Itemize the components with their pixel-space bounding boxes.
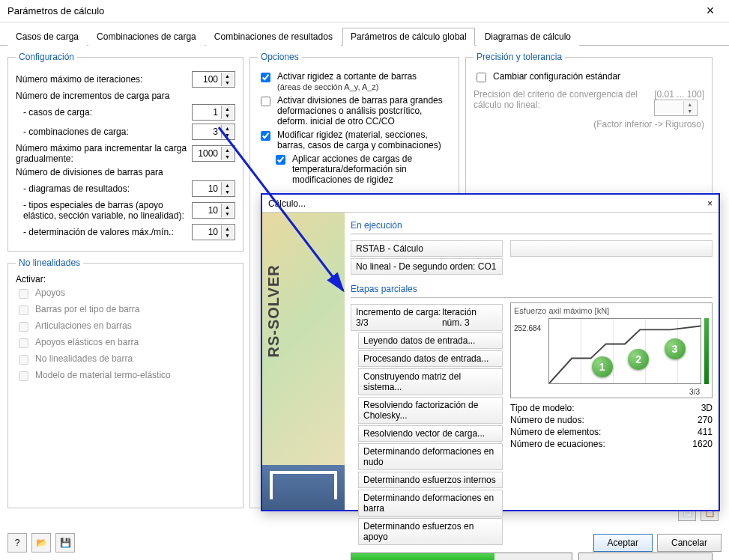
sec-ejecucion: En ejecución [351,220,713,231]
chart-title: Esfuerzo axil máximo [kN] [514,306,709,315]
prec-text: Precisión del criterio de convergencia d… [474,89,648,116]
spin-down-icon[interactable]: ▼ [222,79,233,86]
step-item: Determinando esfuerzos en apoyo [358,518,503,545]
calc-dialog: Cálculo... × RS-SOLVER En ejecución RSTA… [261,193,720,511]
tab-bar: Casos de carga Combinaciones de carga Co… [0,22,729,46]
chart-yvalue: 252.684 [514,324,541,332]
step-item: Resolviendo factorización de Cholesky... [358,397,503,424]
tab-combinaciones[interactable]: Combinaciones de carga [88,28,205,46]
chart-xvalue: 3/3 [689,388,700,396]
open-icon[interactable]: 📂 [31,533,51,553]
max-iter-label: Número máximo de iteraciones: [16,74,192,85]
grad-input[interactable]: ▲▼ [192,145,235,162]
stat-tipo: 3D [701,403,713,413]
chk-barras-tipo [19,305,28,315]
chk-articulaciones [19,322,28,332]
incr-head: Número de incrementos de carga para [16,91,235,101]
comb-label: - combinaciones de carga: [16,127,192,137]
tab-comb-resultados[interactable]: Combinaciones de resultados [206,28,341,46]
calc-sidebar: RS-SOLVER [262,213,345,510]
tab-casos[interactable]: Casos de carga [7,28,87,46]
activar-label: Activar: [16,274,235,284]
nolin-group: No linealidades Activar: Apoyos Barras p… [7,258,243,508]
help-icon[interactable]: ? [7,533,27,553]
config-group: Configuración Número máximo de iteracion… [7,52,243,252]
close-icon[interactable]: × [699,3,722,19]
stat-ecu-lbl: Número de ecuaciones: [510,439,605,449]
bubble-3: 3 [665,338,686,359]
window-title: Parámetros de cálculo [7,5,699,16]
line-rstab: RSTAB - Cálculo [351,240,503,257]
chk-rigidez-cortante[interactable] [261,73,270,82]
chk-mod-rigidez[interactable] [261,131,270,141]
sec-etapas: Etapas parciales [351,284,713,294]
casos-input[interactable]: ▲▼ [192,104,235,121]
casos-label: - casos de carga: [16,107,192,118]
div-head: Número de divisiones de barras para [16,167,235,177]
prec-input: ▲▼ [654,100,698,116]
step-item: Leyendo datos de entrada... [358,332,503,349]
max-iter-input[interactable]: ▲▼ [192,71,235,88]
det-label: - determinación de valores máx./mín.: [16,227,192,237]
chk-apoyos-elast [19,338,28,348]
prec-range: [0.01 ... 100] [654,89,704,100]
nolin-legend: No linealidades [16,258,83,268]
chk-divisiones[interactable] [261,97,270,106]
progress-bar-2 [578,553,713,560]
stat-nudos: 270 [698,415,713,425]
progress-bar [351,553,572,560]
stat-elem: 411 [698,427,713,437]
line-incremento: Incremento de carga: 3/3Iteración núm. 3 [351,304,503,331]
stat-ecu: 1620 [692,439,713,449]
stat-nudos-lbl: Número de nudos: [510,415,584,425]
stat-elem-lbl: Número de elementos: [510,427,601,437]
calc-title: Cálculo... [268,198,707,209]
spin-up-icon[interactable]: ▲ [222,73,233,79]
step-item: Resolviendo vector de carga... [358,425,503,442]
chk-cambiar-config[interactable] [477,73,486,82]
bubble-2: 2 [628,349,649,370]
step-item: Determinando esfuerzos internos [358,472,503,488]
tab-parametros-global[interactable]: Parámetros de cálculo global [342,28,475,46]
rs-solver-label: RS-SOLVER [265,264,282,357]
line-nolineal: No lineal - De segundo orden: CO1 [351,258,503,275]
grad-label: Número máximo para incrementar la carga … [16,143,192,164]
chk-apoyos [19,289,28,299]
tab-diagramas[interactable]: Diagramas de cálculo [477,28,579,46]
diag-label: - diagramas de resultados: [16,183,192,194]
stat-tipo-lbl: Tipo de modelo: [510,403,575,413]
chart-vbar [704,318,709,384]
bubble-1: 1 [592,356,613,377]
step-item: Procesando datos de entrada... [358,350,503,367]
comb-input[interactable]: ▲▼ [192,124,235,140]
tipos-label: - tipos especiales de barras (apoyo elás… [16,200,192,221]
calc-close-icon[interactable]: × [707,198,713,209]
config-legend: Configuración [16,52,77,62]
prec-hint: (Factor inferior -> Riguroso) [474,119,704,130]
axial-chart: Esfuerzo axil máximo [kN] 252.684 3/3 1 … [510,302,713,398]
tipos-input[interactable]: ▲▼ [192,202,235,219]
step-item: Determinando deformaciones en barra [358,490,503,517]
det-input[interactable]: ▲▼ [192,224,235,240]
opts-legend: Opciones [258,52,302,62]
bridge-icon [262,465,345,510]
step-item: Determinando deformaciones en nudo [358,443,503,470]
prec-legend: Precisión y tolerancia [474,52,565,62]
chk-nolin-barra [19,355,28,365]
chk-temp[interactable] [276,155,285,165]
save-icon[interactable]: 💾 [55,533,75,553]
step-item: Construyendo matriz del sistema... [358,368,503,395]
chk-termo [19,371,28,381]
diag-input[interactable]: ▲▼ [192,180,235,197]
